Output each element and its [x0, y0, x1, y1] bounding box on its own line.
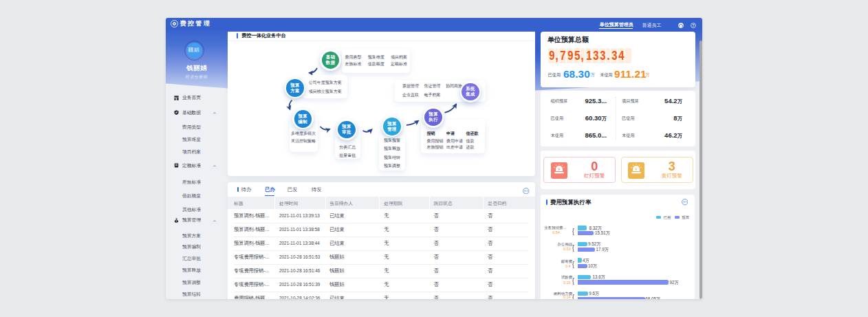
svg-text:?: ? [692, 23, 694, 27]
